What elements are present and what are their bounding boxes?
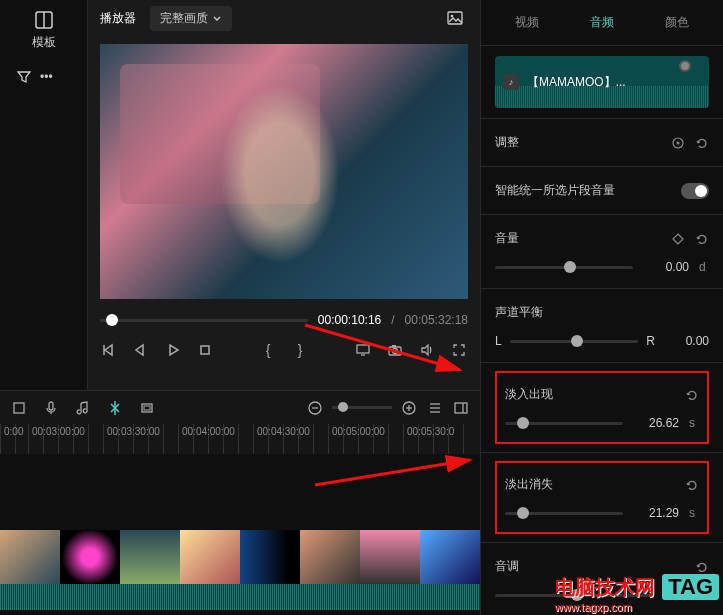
pitch-label: 音调 [495,558,519,575]
clip-thumbnail[interactable] [360,530,420,584]
fadeout-label: 淡出消失 [505,476,553,493]
tab-video[interactable]: 视频 [507,10,547,35]
reset-icon[interactable] [685,478,699,492]
mic-tool[interactable] [42,399,60,417]
mark-out-button[interactable]: } [291,341,309,359]
pan-slider[interactable] [510,340,639,343]
fadeout-slider[interactable] [505,512,623,515]
music-icon: ♪ [503,74,519,90]
music-tool[interactable] [74,399,92,417]
image-icon [446,9,464,27]
pan-value[interactable]: 0.00 [663,334,709,348]
player-title: 播放器 [100,10,136,27]
clip-thumbnail[interactable] [420,530,480,584]
audio-track[interactable] [0,584,480,610]
step-back-button[interactable] [132,341,150,359]
fullscreen-button[interactable] [450,341,468,359]
slider-thumb[interactable] [517,507,529,519]
timeline-toolbar [0,390,480,424]
timeline-ruler[interactable]: 0:00 00:03:00:00 00:03:30:00 00:04:00:00… [0,424,480,454]
selection-tool[interactable] [10,399,28,417]
watermark: 电脑技术网 TAG www.tagxp.com [555,574,719,613]
audio-clip-preview[interactable]: ♪ 【MAMAMOO】... [495,56,709,108]
tab-color[interactable]: 颜色 [657,10,697,35]
slider-thumb[interactable] [338,402,348,412]
clip-thumbnail[interactable] [0,530,60,584]
chevron-down-icon [212,13,222,23]
split-tool[interactable] [106,399,124,417]
volume-slider[interactable] [495,266,633,269]
volume-value[interactable]: 0.00 [643,260,689,274]
template-icon [34,10,54,30]
fadeout-value[interactable]: 21.29 [633,506,679,520]
quality-label: 完整画质 [160,10,208,27]
playback-controls: { } [88,333,480,367]
smart-volume-label: 智能统一所选片段音量 [495,182,615,199]
clip-thumbnail[interactable] [120,530,180,584]
fadein-slider[interactable] [505,422,623,425]
slider-thumb[interactable] [564,261,576,273]
zoom-out-button[interactable] [306,399,324,417]
reset-icon[interactable] [685,388,699,402]
total-time: 00:05:32:18 [405,313,468,327]
sidebar-tab-template[interactable]: 模板 [0,0,87,61]
svg-rect-25 [455,403,467,413]
reset-icon[interactable] [695,232,709,246]
watermark-url: www.tagxp.com [555,601,719,613]
zoom-slider[interactable] [332,406,392,409]
filter-icon[interactable] [16,69,32,85]
reset-icon[interactable] [695,136,709,150]
scrubber-handle[interactable] [106,314,118,326]
slider-thumb[interactable] [517,417,529,429]
clip-thumbnail[interactable] [240,530,300,584]
sidebar-filter-row: ••• [0,61,87,93]
zoom-in-button[interactable] [400,399,418,417]
pan-left-label: L [495,334,502,348]
volume-unit: d [699,260,709,274]
scrubber[interactable] [100,319,308,322]
play-button[interactable] [164,341,182,359]
fadein-unit: s [689,416,699,430]
clip-thumbnail[interactable] [60,530,120,584]
svg-point-11 [677,141,680,144]
stop-button[interactable] [196,341,214,359]
smart-volume-toggle[interactable] [681,183,709,199]
clip-drag-handle[interactable] [679,60,691,72]
fadein-value[interactable]: 26.62 [633,416,679,430]
audio-clip-title: 【MAMAMOO】... [527,74,626,91]
screen-toggle-button[interactable] [354,341,372,359]
video-preview[interactable] [100,44,468,299]
video-track[interactable] [0,530,480,584]
ruler-tick: 00:03:00:00 [28,424,103,454]
fadeout-section: 淡出消失 21.29 s [495,461,709,534]
reset-icon[interactable] [695,560,709,574]
fadeout-unit: s [689,506,699,520]
sidebar-tab-label: 模板 [32,34,56,51]
crop-tool[interactable] [138,399,156,417]
ruler-tick: 00:03:30:00 [103,424,178,454]
mark-in-button[interactable]: { [259,341,277,359]
ruler-tick: 00:05:30:0 [403,424,478,454]
ruler-tick: 00:05:00:00 [328,424,403,454]
list-view-button[interactable] [426,399,444,417]
prev-frame-button[interactable] [100,341,118,359]
settings-icon[interactable] [671,136,685,150]
adjust-label: 调整 [495,134,519,151]
snapshot-button[interactable] [442,5,468,31]
panel-toggle-button[interactable] [452,399,470,417]
volume-button[interactable] [418,341,436,359]
quality-dropdown[interactable]: 完整画质 [150,6,232,31]
clip-thumbnail[interactable] [300,530,360,584]
svg-point-3 [451,15,454,18]
svg-rect-13 [49,402,53,410]
slider-thumb[interactable] [571,335,583,347]
camera-button[interactable] [386,341,404,359]
tab-audio[interactable]: 音频 [582,10,622,35]
more-icon[interactable]: ••• [40,70,53,84]
watermark-title: 电脑技术网 [555,576,655,598]
timeline-tracks[interactable] [0,454,480,615]
pan-right-label: R [646,334,655,348]
keyframe-icon[interactable] [671,232,685,246]
properties-panel: 视频 音频 颜色 ♪ 【MAMAMOO】... 调整 智能统一所选片段音量 音量 [480,0,723,615]
clip-thumbnail[interactable] [180,530,240,584]
